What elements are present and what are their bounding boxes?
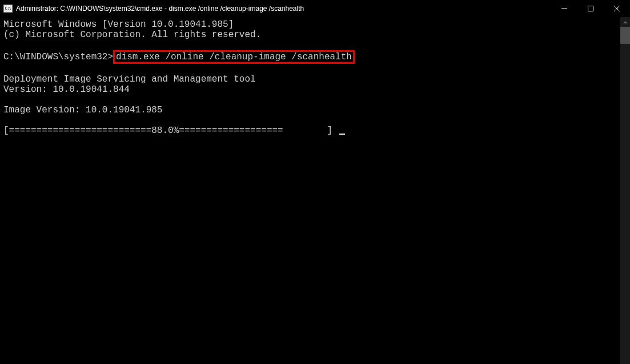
- progress-line: [==========================88.0%========…: [3, 126, 630, 136]
- cmd-icon: [3, 5, 13, 13]
- maximize-button[interactable]: [577, 0, 604, 17]
- progress-text: [==========================88.0%========…: [3, 126, 338, 136]
- svg-marker-4: [623, 21, 628, 23]
- scroll-up-button[interactable]: [620, 17, 630, 27]
- output-line: Version: 10.0.19041.844: [3, 84, 630, 95]
- scroll-thumb[interactable]: [620, 27, 630, 44]
- command-text: dism.exe /online /cleanup-image /scanhea…: [116, 52, 352, 62]
- window-controls: [551, 0, 630, 17]
- titlebar[interactable]: Administrator: C:\WINDOWS\system32\cmd.e…: [0, 0, 630, 17]
- terminal-output[interactable]: Microsoft Windows [Version 10.0.19041.98…: [0, 17, 630, 364]
- prompt-prefix: C:\WINDOWS\system32>: [3, 52, 113, 62]
- output-line: Deployment Image Servicing and Managemen…: [3, 74, 630, 84]
- prompt-line: C:\WINDOWS\system32>dism.exe /online /cl…: [3, 50, 630, 64]
- output-line: Microsoft Windows [Version 10.0.19041.98…: [3, 19, 630, 30]
- output-line: (c) Microsoft Corporation. All rights re…: [3, 30, 630, 40]
- command-highlight: dism.exe /online /cleanup-image /scanhea…: [113, 50, 355, 64]
- svg-rect-1: [588, 6, 593, 11]
- cursor: [339, 134, 345, 135]
- close-button[interactable]: [604, 0, 630, 17]
- vertical-scrollbar[interactable]: [620, 17, 630, 364]
- titlebar-left: Administrator: C:\WINDOWS\system32\cmd.e…: [3, 5, 304, 13]
- cmd-window: Administrator: C:\WINDOWS\system32\cmd.e…: [0, 0, 630, 364]
- window-title: Administrator: C:\WINDOWS\system32\cmd.e…: [16, 5, 304, 13]
- minimize-button[interactable]: [551, 0, 577, 17]
- output-line: Image Version: 10.0.19041.985: [3, 105, 630, 115]
